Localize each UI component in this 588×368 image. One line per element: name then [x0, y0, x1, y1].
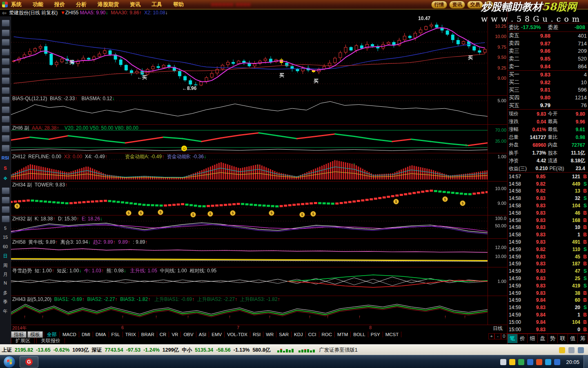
tick-tab-细[interactable]: 细 — [528, 334, 538, 343]
toolbar-icon[interactable] — [2, 215, 10, 222]
indicator-tab-MACD[interactable]: MACD — [60, 332, 79, 337]
menu-item-功能[interactable]: 功能 — [33, 1, 43, 8]
indicator-tab-OBV[interactable]: OBV — [181, 332, 196, 337]
tick-list[interactable]: 14:579.85121B14:589.82449S14:589.8213B14… — [508, 173, 588, 333]
header-segment: 9.89 — [118, 239, 127, 245]
tick-tab-价[interactable]: 价 — [518, 334, 528, 343]
coin-icon[interactable] — [559, 347, 565, 353]
tick-tab-笔[interactable]: 笔 — [508, 334, 518, 343]
indicator-tab-CR[interactable]: CR — [157, 332, 169, 337]
period-shortcut-N[interactable]: N — [0, 280, 11, 285]
indicator-tab-TRIX[interactable]: TRIX — [123, 332, 139, 337]
toolbar-label-✥[interactable]: ✥ — [0, 176, 11, 181]
toolbar-icon[interactable] — [2, 87, 10, 94]
toolbar-icon[interactable] — [2, 96, 10, 103]
indicator-tab-BOLL[interactable]: BOLL — [351, 332, 368, 337]
period-shortcut-15[interactable]: 15 — [0, 235, 11, 240]
quick-button-委托[interactable]: 委托 — [485, 1, 493, 9]
toolbar-icon[interactable] — [2, 49, 10, 56]
start-button[interactable] — [3, 356, 16, 368]
period-shortcut-月[interactable]: 月 — [0, 272, 11, 278]
tray-network-icon[interactable] — [545, 359, 551, 365]
indicator-tab-ASI[interactable]: ASI — [196, 332, 209, 337]
back-icon[interactable]: ⇦ — [2, 10, 7, 16]
toolbar-icon[interactable] — [2, 29, 10, 36]
indicator-tab-VR[interactable]: VR — [169, 332, 181, 337]
tick-volume: 20 — [546, 305, 580, 310]
tick-tab-势[interactable]: 势 — [548, 334, 558, 343]
tick-tab-联[interactable]: 联 — [558, 334, 568, 343]
indicator-tab-DMA[interactable]: DMA — [93, 332, 109, 337]
toolbar-icon[interactable] — [2, 116, 10, 123]
tray-ime-icon[interactable] — [500, 359, 506, 365]
zhi34-pane-canvas[interactable] — [11, 181, 488, 215]
tick-tab-盘[interactable]: 盘 — [538, 334, 548, 343]
toolbar-icon[interactable] — [2, 145, 10, 152]
period-shortcut-日[interactable]: 日 — [0, 253, 11, 259]
indicator-tab-ROC[interactable]: ROC — [319, 332, 335, 337]
indicator-button-模板[interactable]: 模板 — [27, 331, 43, 338]
toolbar-label-S[interactable]: S — [0, 166, 11, 171]
taskbar-clock[interactable]: 20:05 — [566, 359, 579, 365]
tick-tab-筹[interactable]: 筹 — [578, 334, 588, 343]
toolbar-icon[interactable] — [2, 68, 10, 75]
keyboard-icon[interactable] — [568, 347, 575, 353]
indicator-tab-FSL[interactable]: FSL — [109, 332, 123, 337]
period-shortcut-多[interactable]: 多 — [0, 290, 11, 296]
toolbar-icon[interactable] — [2, 206, 10, 213]
indicator-tab-MCST[interactable]: MCST — [383, 332, 402, 337]
indicator-tab-PSY[interactable]: PSY — [368, 332, 383, 337]
indicator-tab-RSI[interactable]: RSI — [250, 332, 263, 337]
indicator-tab-WR[interactable]: WR — [263, 332, 276, 337]
ext-tab-关联报价[interactable]: 关联报价 — [36, 338, 65, 343]
indicator-tab-all[interactable]: 全部 — [44, 332, 60, 337]
toolbar-icon[interactable] — [2, 135, 10, 142]
sort-arrows-icon[interactable] — [578, 347, 584, 353]
period-shortcut-5[interactable]: 5 — [0, 226, 11, 231]
tray-alert-icon[interactable] — [509, 359, 515, 365]
indicator-tab-CCI[interactable]: CCI — [306, 332, 319, 337]
show-desktop-button[interactable] — [584, 355, 588, 368]
menu-item-分析[interactable]: 分析 — [76, 1, 87, 8]
indicator-tab-KDJ[interactable]: KDJ — [292, 332, 306, 337]
toolbar-icon[interactable] — [2, 197, 10, 204]
menu-item-报价[interactable]: 报价 — [54, 1, 65, 8]
menu-item-系统[interactable]: 系统 — [11, 1, 22, 8]
quick-button-行情[interactable]: 行情 — [431, 1, 447, 9]
toolbar-icon[interactable] — [2, 20, 10, 27]
tray-antivirus-icon[interactable] — [518, 359, 524, 365]
indicator-tab-SAR[interactable]: SAR — [276, 332, 292, 337]
tray-volume-icon[interactable] — [554, 359, 560, 365]
quick-button-资讯[interactable]: 资讯 — [449, 1, 465, 9]
period-shortcut-季[interactable]: 季 — [0, 299, 11, 305]
menu-item-港股期货[interactable]: 港股期货 — [98, 1, 119, 8]
index-quote-item: -13.65 — [36, 347, 50, 353]
indicator-tab-BRAR[interactable]: BRAR — [139, 332, 157, 337]
toolbar-icon[interactable] — [2, 39, 10, 46]
toolbar-icon[interactable] — [2, 58, 10, 65]
menu-item-帮助[interactable]: 帮助 — [173, 1, 184, 8]
toolbar-label-RSI[interactable]: RSI — [0, 155, 11, 160]
indicator-tab-VOL-TDX[interactable]: VOL-TDX — [225, 332, 250, 337]
tick-tab-值[interactable]: 值 — [568, 334, 578, 343]
toolbar-icon[interactable] — [2, 106, 10, 113]
menu-item-资讯[interactable]: 资讯 — [130, 1, 140, 8]
ext-tab-扩展区[interactable]: 扩展区 — [11, 338, 35, 343]
period-shortcut-年[interactable]: 年 — [0, 308, 11, 314]
period-shortcut-周[interactable]: 周 — [0, 263, 11, 269]
tray-messenger-icon[interactable] — [527, 359, 533, 365]
menu-item-工具[interactable]: 工具 — [151, 1, 162, 8]
toolbar-icon[interactable] — [2, 187, 10, 194]
indicator-button-指标[interactable]: 指标 — [11, 331, 27, 338]
indicator-tab-EMV[interactable]: EMV — [209, 332, 225, 337]
toolbar-icon[interactable] — [2, 126, 10, 132]
quick-button-交易[interactable]: 交易 — [467, 1, 483, 9]
main-pane-canvas[interactable] — [11, 16, 488, 95]
indicator-tab-MTM[interactable]: MTM — [335, 332, 351, 337]
taskbar-stock-app-button[interactable]: G — [20, 356, 38, 368]
period-shortcut-60[interactable]: 60 — [0, 244, 11, 249]
tick-row: 14:599.83419S — [508, 282, 588, 289]
toolbar-icon[interactable] — [2, 77, 10, 84]
tray-download-icon[interactable] — [536, 359, 542, 365]
indicator-tab-DMI[interactable]: DMI — [79, 332, 93, 337]
